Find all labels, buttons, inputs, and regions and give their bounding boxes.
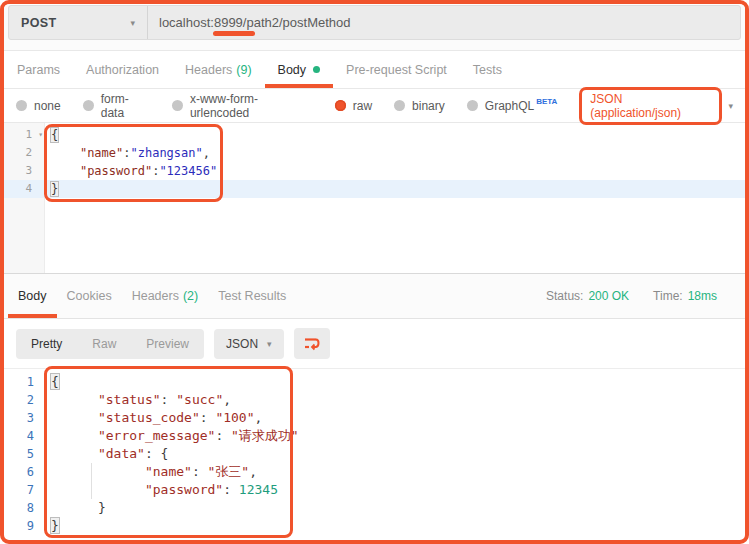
- time-value: 18ms: [688, 289, 717, 303]
- line-number: 6: [4, 463, 44, 481]
- tab-label: Test Results: [218, 289, 286, 303]
- line-number: 9: [4, 517, 44, 535]
- body-mode-row: noneform-datax-www-form-urlencodedrawbin…: [4, 89, 745, 123]
- tab-count-badge: (9): [236, 63, 251, 77]
- time-label: Time:: [653, 289, 683, 303]
- code-content: "name":"zhangsan",: [44, 144, 745, 162]
- code-token: :: [192, 464, 208, 479]
- response-tab-cookies[interactable]: Cookies: [57, 274, 122, 318]
- code-token: "status": [98, 392, 161, 407]
- code-token: [51, 482, 145, 497]
- code-line: 3 "password":"123456": [4, 162, 745, 180]
- view-mode-pretty[interactable]: Pretty: [16, 329, 77, 359]
- view-mode-preview[interactable]: Preview: [131, 329, 204, 359]
- code-token: 12345: [239, 482, 278, 497]
- fold-arrow-icon[interactable]: ▾: [38, 126, 43, 144]
- tab-label: Authorization: [86, 63, 159, 77]
- body-mode-x-www-form-urlencoded[interactable]: x-www-form-urlencoded: [172, 92, 313, 120]
- code-token: ,: [249, 464, 257, 479]
- code-token: [51, 446, 98, 461]
- radio-icon: [467, 100, 478, 111]
- request-tab-tests[interactable]: Tests: [460, 51, 515, 88]
- request-tab-body[interactable]: Body: [265, 51, 334, 88]
- response-body-viewer[interactable]: 1{2 "status": "succ",3 "status_code": "1…: [4, 369, 745, 541]
- code-token: [51, 146, 80, 160]
- code-line: 2 "name":"zhangsan",: [4, 144, 745, 162]
- body-mode-raw[interactable]: raw: [335, 99, 372, 113]
- code-line: 1{: [4, 373, 745, 391]
- radio-icon: [394, 100, 405, 111]
- request-tabs: ParamsAuthorizationHeaders(9)BodyPre-req…: [4, 51, 745, 89]
- method-select[interactable]: POST ▾: [9, 6, 148, 39]
- chevron-down-icon[interactable]: ▾: [728, 101, 733, 111]
- code-content: }: [44, 180, 745, 198]
- code-token: "password": [145, 482, 223, 497]
- request-body-editor[interactable]: 1▾{2 "name":"zhangsan",3 "password":"123…: [4, 123, 745, 274]
- response-tab-headers[interactable]: Headers(2): [122, 274, 209, 318]
- radio-icon: [16, 100, 27, 111]
- code-line: 9}: [4, 517, 745, 535]
- code-token: {: [51, 128, 58, 142]
- code-line: 2 "status": "succ",: [4, 391, 745, 409]
- body-mode-label: form-data: [101, 92, 150, 120]
- line-number: 2: [4, 391, 44, 409]
- code-token: [51, 392, 98, 407]
- code-token: [51, 464, 145, 479]
- code-token: :: [145, 446, 161, 461]
- code-token: "status_code": [98, 410, 200, 425]
- chevron-down-icon: ▾: [130, 18, 135, 28]
- code-line: 4}: [4, 180, 745, 198]
- tab-label: Headers: [185, 63, 232, 77]
- code-token: :: [161, 392, 177, 407]
- request-tab-pre-request-script[interactable]: Pre-request Script: [333, 51, 460, 88]
- body-mode-graphql[interactable]: GraphQLBETA: [467, 99, 558, 113]
- request-url-row: POST ▾ localhost:8999/path2/postMethod: [4, 5, 745, 51]
- code-content: "name": "张三",: [44, 463, 745, 481]
- body-mode-label: GraphQL: [485, 99, 534, 113]
- chevron-down-icon: ▾: [267, 339, 272, 349]
- body-mode-none[interactable]: none: [16, 99, 61, 113]
- code-token: "name": [145, 464, 192, 479]
- beta-badge: BETA: [536, 97, 557, 106]
- request-tab-headers[interactable]: Headers(9): [172, 51, 265, 88]
- code-token: "name": [80, 146, 123, 160]
- indent-guide: [91, 463, 92, 481]
- request-tab-params[interactable]: Params: [4, 51, 73, 88]
- tab-label: Tests: [473, 63, 502, 77]
- response-tabs: BodyCookiesHeaders(2)Test Results Status…: [4, 274, 745, 319]
- tab-label: Headers: [132, 289, 179, 303]
- body-mode-form-data[interactable]: form-data: [83, 92, 150, 120]
- code-line: 6 "name": "张三",: [4, 463, 745, 481]
- radio-icon: [172, 100, 183, 111]
- code-content: {: [44, 373, 745, 391]
- tab-count-badge: (2): [183, 289, 198, 303]
- code-token: {: [161, 446, 169, 461]
- body-mode-binary[interactable]: binary: [394, 99, 445, 113]
- content-type-select[interactable]: JSON (application/json): [579, 87, 722, 125]
- code-content: {: [44, 126, 745, 144]
- code-content: }: [44, 517, 745, 535]
- content-type-wrap: JSON (application/json) ▾: [579, 87, 733, 125]
- radio-icon: [335, 100, 346, 111]
- request-tab-authorization[interactable]: Authorization: [73, 51, 172, 88]
- url-input[interactable]: localhost:8999/path2/postMethod: [148, 6, 740, 39]
- view-mode-group: PrettyRawPreview: [16, 329, 204, 359]
- code-token: "张三": [208, 464, 250, 479]
- code-token: "zhangsan": [131, 146, 203, 160]
- url-bar: POST ▾ localhost:8999/path2/postMethod: [8, 5, 741, 40]
- line-number: 1: [4, 373, 44, 391]
- wrap-lines-button[interactable]: [294, 328, 330, 359]
- code-content: "error_message": "请求成功": [44, 427, 745, 445]
- response-tab-body[interactable]: Body: [8, 274, 57, 318]
- unsaved-changes-dot: [313, 66, 320, 73]
- response-tab-test-results[interactable]: Test Results: [208, 274, 296, 318]
- code-token: "请求成功": [231, 428, 299, 443]
- line-number: 4: [4, 427, 44, 445]
- tab-label: Body: [278, 63, 307, 77]
- tab-label: Pre-request Script: [346, 63, 447, 77]
- line-number: 2: [4, 144, 44, 162]
- response-format-select[interactable]: JSON ▾: [214, 329, 284, 359]
- view-mode-raw[interactable]: Raw: [77, 329, 131, 359]
- code-token: "error_message": [98, 428, 215, 443]
- code-content: }: [44, 499, 745, 517]
